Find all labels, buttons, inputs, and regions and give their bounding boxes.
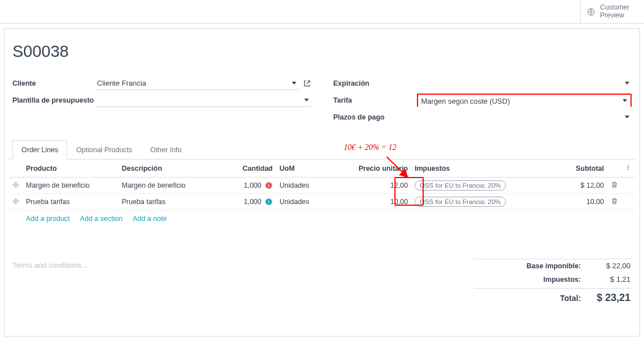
customer-preview-button[interactable]: Customer Preview bbox=[580, 0, 644, 24]
uom-cell[interactable]: Unidades bbox=[276, 194, 344, 210]
external-link-icon[interactable] bbox=[303, 79, 311, 87]
order-lines-table: Producto Descripción Cantidad UoM Precio… bbox=[9, 160, 635, 210]
col-precio[interactable]: Precio unitario bbox=[344, 160, 411, 178]
cliente-value: Cliente Francia bbox=[97, 79, 146, 87]
chevron-down-icon bbox=[623, 99, 627, 102]
svg-point-3 bbox=[628, 169, 629, 170]
base-imponible-value: $ 22,00 bbox=[591, 262, 630, 270]
chevron-down-icon bbox=[625, 82, 629, 85]
expiracion-input[interactable] bbox=[417, 77, 632, 90]
add-section-link[interactable]: Add a section bbox=[80, 215, 123, 223]
trash-icon[interactable] bbox=[611, 181, 618, 188]
quantity-cell[interactable]: 1,000 i bbox=[225, 194, 276, 210]
tax-cell[interactable]: OSS for EU to Francia: 20% bbox=[411, 194, 524, 210]
total-value: $ 23,21 bbox=[591, 292, 630, 304]
topbar: Customer Preview bbox=[0, 0, 644, 24]
add-links-row: Add a product Add a section Add a note bbox=[9, 210, 635, 228]
plantilla-input[interactable] bbox=[96, 94, 311, 107]
expiracion-label: Expiración bbox=[334, 79, 417, 88]
add-product-link[interactable]: Add a product bbox=[26, 215, 70, 223]
tax-tag[interactable]: OSS for EU to Francia: 20% bbox=[415, 197, 506, 207]
kebab-icon[interactable] bbox=[625, 164, 632, 171]
customer-preview-l2: Preview bbox=[600, 12, 629, 20]
prices-red-highlight bbox=[394, 177, 424, 206]
impuestos-value: $ 1,21 bbox=[591, 275, 630, 284]
trash-icon[interactable] bbox=[611, 197, 618, 205]
tarifa-label: Tarifa bbox=[334, 96, 417, 105]
chevron-down-icon bbox=[292, 82, 296, 85]
table-header-row: Producto Descripción Cantidad UoM Precio… bbox=[9, 160, 635, 178]
svg-text:i: i bbox=[268, 200, 269, 205]
description-cell[interactable]: Prueba tarifas bbox=[118, 194, 225, 210]
chevron-down-icon bbox=[625, 116, 629, 118]
col-descripcion[interactable]: Descripción bbox=[118, 160, 225, 178]
tab-order-lines[interactable]: Order Lines bbox=[12, 140, 67, 160]
impuestos-label: Impuestos: bbox=[543, 276, 581, 284]
terms-and-conditions-input[interactable]: Terms and conditions... bbox=[12, 259, 463, 269]
tabs-bar: Order Lines Optional Products Other Info… bbox=[9, 140, 635, 160]
base-imponible-label: Base imponible: bbox=[526, 262, 581, 270]
drag-handle-icon[interactable] bbox=[9, 194, 23, 210]
col-cantidad[interactable]: Cantidad bbox=[225, 160, 276, 178]
quantity-cell[interactable]: 1,000 i bbox=[225, 178, 276, 194]
subtotal-cell: 10,00 bbox=[524, 194, 607, 210]
table-row[interactable]: Margen de beneficioMargen de beneficio1,… bbox=[9, 178, 635, 194]
cliente-label: Cliente bbox=[12, 79, 96, 88]
col-uom[interactable]: UoM bbox=[276, 160, 344, 178]
product-cell[interactable]: Prueba tarifas bbox=[23, 194, 118, 210]
chevron-down-icon bbox=[304, 99, 309, 101]
document-title: S00038 bbox=[12, 42, 635, 61]
form-sheet: S00038 Cliente Cliente Francia bbox=[4, 28, 640, 336]
product-cell[interactable]: Margen de beneficio bbox=[23, 178, 118, 194]
col-impuestos[interactable]: Impuestos bbox=[411, 160, 524, 178]
svg-text:i: i bbox=[268, 183, 269, 188]
globe-icon bbox=[587, 7, 596, 16]
svg-point-1 bbox=[628, 165, 629, 166]
tarifa-input[interactable]: Margen según coste (USD) bbox=[417, 94, 632, 107]
totals-block: Base imponible: $ 22,00 Impuestos: $ 1,2… bbox=[474, 259, 632, 306]
col-subtotal[interactable]: Subtotal bbox=[524, 160, 607, 178]
table-row[interactable]: Prueba tarifasPrueba tarifas1,000 iUnida… bbox=[9, 194, 635, 210]
tax-tag[interactable]: OSS for EU to Francia: 20% bbox=[415, 180, 506, 191]
total-label: Total: bbox=[560, 294, 581, 303]
info-icon[interactable]: i bbox=[265, 181, 273, 189]
subtotal-cell: $ 12,00 bbox=[524, 178, 607, 194]
tab-optional-products[interactable]: Optional Products bbox=[67, 140, 141, 160]
annotation-formula: 10€ + 20% = 12 bbox=[344, 143, 397, 152]
tarifa-value: Margen según coste (USD) bbox=[421, 97, 510, 105]
info-icon[interactable]: i bbox=[265, 198, 273, 206]
plantilla-label: Plantilla de presupuesto bbox=[12, 96, 96, 105]
customer-preview-l1: Customer bbox=[600, 4, 629, 12]
col-producto[interactable]: Producto bbox=[23, 160, 118, 178]
cliente-input[interactable]: Cliente Francia bbox=[96, 77, 299, 90]
tab-other-info[interactable]: Other Info bbox=[141, 140, 191, 160]
drag-handle-icon[interactable] bbox=[9, 178, 23, 194]
svg-point-2 bbox=[628, 167, 629, 168]
add-note-link[interactable]: Add a note bbox=[133, 215, 167, 223]
plazos-input[interactable] bbox=[417, 110, 632, 124]
tax-cell[interactable]: OSS for EU to Francia: 20% bbox=[411, 178, 524, 194]
plazos-label: Plazos de pago bbox=[334, 113, 417, 122]
uom-cell[interactable]: Unidades bbox=[276, 178, 344, 194]
description-cell[interactable]: Margen de beneficio bbox=[118, 178, 225, 194]
